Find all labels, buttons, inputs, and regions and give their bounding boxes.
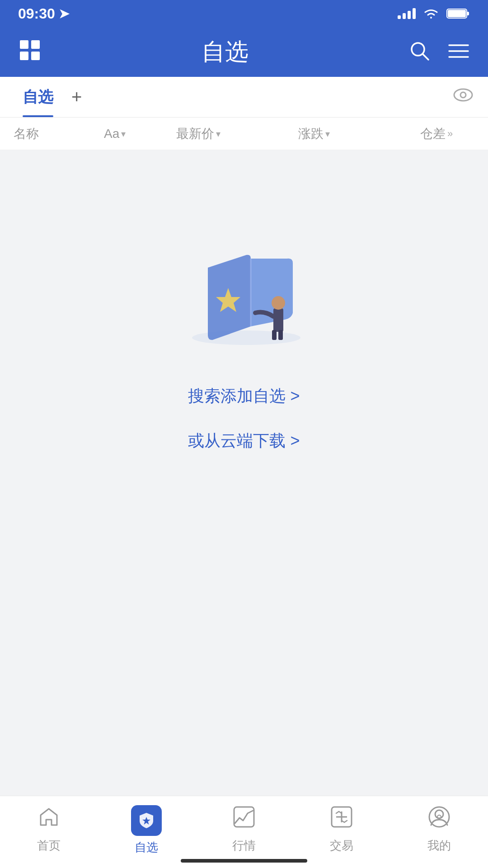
nav-home[interactable]: 首页 (15, 805, 83, 854)
nav-home-label: 首页 (37, 838, 61, 854)
svg-rect-5 (20, 52, 28, 60)
eye-icon[interactable] (452, 86, 474, 108)
nav-trade[interactable]: 交易 (308, 805, 375, 854)
nav-right-icons (408, 40, 470, 64)
svg-line-8 (422, 54, 428, 60)
svg-rect-6 (31, 52, 40, 60)
nav-profile[interactable]: 我的 (405, 805, 473, 854)
svg-rect-2 (448, 10, 466, 17)
svg-rect-3 (20, 40, 28, 49)
svg-point-17 (272, 296, 285, 310)
col-diff-header[interactable]: 仓差 » (420, 125, 474, 142)
nav-watchlist[interactable]: 自选 (113, 805, 180, 855)
nav-bar: 自选 (0, 27, 488, 77)
location-icon: ➤ (59, 6, 69, 21)
status-time: 09:30 ➤ (18, 5, 69, 22)
home-indicator (181, 859, 307, 863)
search-add-link[interactable]: 搜索添加自选 > (188, 385, 300, 407)
price-sort-arrow: ▾ (216, 128, 221, 139)
battery-icon (446, 8, 470, 19)
svg-point-26 (435, 810, 443, 818)
grid-icon[interactable] (18, 38, 42, 66)
nav-profile-label: 我的 (427, 838, 451, 854)
status-icons (398, 8, 470, 19)
nav-trade-label: 交易 (330, 838, 353, 854)
svg-rect-16 (273, 308, 283, 332)
svg-point-13 (460, 92, 466, 98)
col-price-header[interactable]: 最新价 ▾ (176, 125, 298, 142)
nav-market[interactable]: 行情 (210, 805, 278, 854)
column-headers: 名称 Aa ▾ 最新价 ▾ 涨跌 ▾ 仓差 » (0, 118, 488, 150)
cloud-download-link[interactable]: 或从云端下载 > (188, 430, 300, 452)
page-title: 自选 (202, 36, 249, 68)
chart-icon (232, 805, 256, 834)
col-change-header[interactable]: 涨跌 ▾ (298, 125, 420, 142)
svg-rect-18 (272, 330, 277, 340)
svg-rect-19 (278, 330, 283, 340)
signal-icon (398, 8, 416, 19)
empty-illustration (176, 241, 312, 358)
star-shield-icon (131, 805, 162, 836)
bottom-nav: 首页 自选 行情 交易 (0, 796, 488, 868)
font-sort-arrow: ▾ (121, 128, 126, 139)
svg-point-12 (454, 89, 472, 101)
menu-icon[interactable] (447, 42, 470, 62)
wifi-icon (423, 8, 439, 19)
empty-state: 搜索添加自选 > 或从云端下载 > (0, 150, 488, 796)
add-tab-button[interactable]: + (62, 87, 91, 107)
change-sort-arrow: ▾ (325, 128, 330, 139)
col-name-header: 名称 (14, 125, 104, 142)
profile-icon (427, 805, 451, 834)
search-icon[interactable] (408, 40, 431, 64)
trade-icon (330, 805, 353, 834)
tab-bar: 自选 + (0, 77, 488, 118)
nav-watchlist-label: 自选 (135, 840, 158, 855)
nav-market-label: 行情 (232, 838, 256, 854)
col-font-header[interactable]: Aa ▾ (104, 127, 176, 141)
svg-rect-1 (467, 12, 469, 15)
svg-rect-4 (31, 40, 40, 49)
home-icon (37, 805, 61, 834)
svg-rect-21 (234, 807, 254, 827)
diff-double-arrow: » (447, 128, 453, 140)
status-bar: 09:30 ➤ (0, 0, 488, 27)
tab-watchlist[interactable]: 自选 (14, 77, 62, 117)
